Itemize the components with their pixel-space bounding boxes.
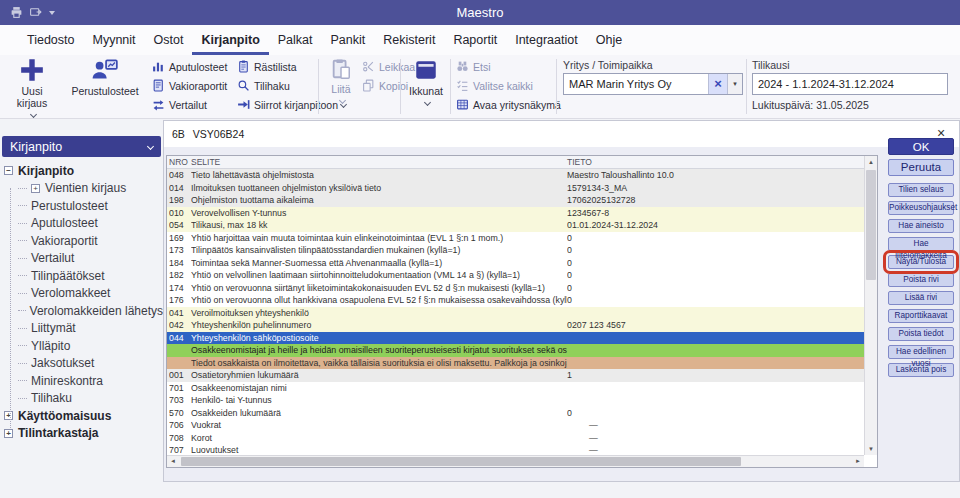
table-row[interactable]: 044Yhteyshenkilön sähköpostiosoite [167,332,864,345]
company-combobox[interactable]: MAR Marin Yritys Oy × ▾ [563,73,743,95]
table-row[interactable]: 198Ohjelmiston tuottama aikaleima1706202… [167,194,864,207]
menu-item-myynnit[interactable]: Myynnit [83,25,144,55]
paste-button[interactable]: Liitä [324,57,358,107]
ok-button[interactable]: OK [888,138,954,155]
collapse-icon[interactable]: − [4,166,13,175]
sidebar-item-aputulosteet[interactable]: Aputulosteet [4,215,163,233]
new-entry-label: Uusi kirjaus [6,85,58,109]
sidebar-item-tilinpäätökset[interactable]: Tilinpäätökset [4,267,163,285]
horizontal-scrollbar[interactable]: ◄ ► [167,455,864,467]
windows-button[interactable]: Ikkunat [404,57,448,109]
sidebar-item-perustulosteet[interactable]: Perustulosteet [4,197,163,215]
hae-liitelomakkeita-button[interactable]: Hae liitelomakkeita [888,237,954,251]
table-row[interactable]: 182Yhtiö on velvollinen laatimaan siirto… [167,269,864,282]
table-row[interactable]: 708Korot— [167,432,864,445]
table-row[interactable]: 707Luovutukset— [167,444,864,455]
peruuta-button[interactable]: Peruuta [888,159,954,176]
window-icon [404,57,448,83]
laskenta-pois-button[interactable]: Laskenta pois [888,363,954,377]
sidebar-item-verolomakkeiden-lähetys[interactable]: Verolomakkeiden lähetys [4,302,163,320]
row-nro: 182 [169,270,191,280]
table-row[interactable]: 570Osakkeiden lukumäärä0 [167,407,864,420]
sidebar-item-jaksotukset[interactable]: Jaksotukset [4,355,163,373]
bar-chart-icon [152,60,165,73]
aputulosteet-button[interactable]: Aputulosteet [152,57,227,76]
sidebar-item-ylläpito[interactable]: Ylläpito [4,337,163,355]
sidebar-item-minireskontra[interactable]: Minireskontra [4,372,163,390]
scroll-left-icon[interactable]: ◄ [167,456,179,467]
expand-icon[interactable]: + [31,184,40,193]
sidebar-item-käyttöomaisuus[interactable]: +Käyttöomaisuus [4,407,163,425]
table-row[interactable]: 054Tilikausi, max 18 kk01.01.2024-31.12.… [167,219,864,232]
vertical-scrollbar[interactable]: ▲ ▼ [864,156,877,455]
poista-rivi-button[interactable]: Poista rivi [888,273,954,287]
row-selite: Yhtiö harjoittaa vain muuta toimintaa ku… [191,233,567,243]
hae-aineisto-button[interactable]: Hae aineisto [888,219,954,233]
menu-item-rekisterit[interactable]: Rekisterit [374,25,444,55]
tree-line [10,188,11,428]
sidebar-item-verolomakkeet[interactable]: Verolomakkeet [4,285,163,303]
chevron-down-icon [147,143,154,150]
scroll-right-icon[interactable]: ► [852,456,864,467]
menu-item-ohje[interactable]: Ohje [587,25,631,55]
row-nro: 048 [169,170,191,180]
table-row[interactable]: 706Vuokrat— [167,419,864,432]
select-all-button[interactable]: Valitse kaikki [456,76,561,95]
row-tieto: 1 [567,370,864,380]
tilien-selaus-button[interactable]: Tilien selaus [888,183,954,197]
menu-item-kirjanpito[interactable]: Kirjanpito [192,25,268,55]
menu-item-ostot[interactable]: Ostot [145,25,193,55]
sidebar-item-vertailut[interactable]: Vertailut [4,250,163,268]
menu-item-pankit[interactable]: Pankit [322,25,375,55]
table-row[interactable]: 041Veroilmoituksen yhteyshenkilö [167,307,864,320]
new-entry-button[interactable]: Uusi kirjaus [6,57,58,121]
menu-item-raportit[interactable]: Raportit [444,25,506,55]
table-row[interactable]: 014Ilmoituksen tuottaneen ohjelmiston yk… [167,182,864,195]
vakioraportit-button[interactable]: Vakioraportit [152,76,227,95]
dropdown-arrow-icon[interactable]: ▾ [727,74,742,94]
vscroll-thumb[interactable] [866,170,876,280]
sidebar-item-vakioraportit[interactable]: Vakioraportit [4,232,163,250]
perustulosteet-button[interactable]: Perustulosteet [62,57,148,97]
table-row[interactable]: 176Yhtiö on verovuonna ollut hankkivana … [167,294,864,307]
table-row[interactable]: 184Toimintaa sekä Manner-Suomessa että A… [167,257,864,270]
sidebar-item-vientien-kirjaus[interactable]: +Vientien kirjaus [4,180,163,198]
raporttikaavat-button[interactable]: Raporttikaavat [888,309,954,323]
table-row[interactable]: 010Verovelvollisen Y-tunnus1234567-8 [167,207,864,220]
hae-edellinen-vuosi-button[interactable]: Hae edellinen vuosi [888,345,954,359]
scroll-down-icon[interactable]: ▼ [865,443,877,455]
table-row[interactable]: 169Yhtiö harjoittaa vain muuta toimintaa… [167,232,864,245]
sidebar-item-tilintarkastaja[interactable]: +Tilintarkastaja [4,425,163,443]
table-row[interactable]: 703Henkilö- tai Y-tunnus [167,394,864,407]
table-row[interactable]: 048Tieto lähettävästä ohjelmistostaMaest… [167,169,864,182]
lisää-rivi-button[interactable]: Lisää rivi [888,291,954,305]
table-row[interactable]: 174Yhtiö on verovuonna siirtänyt liiketo… [167,282,864,295]
hscroll-thumb[interactable] [181,457,741,466]
table-row[interactable]: 701Osakkeenomistajan nimi [167,382,864,395]
sidebar-item-tilihaku[interactable]: Tilihaku [4,390,163,408]
table-row[interactable]: 001Osatietoryhmien lukumäärä1 [167,369,864,382]
sidebar-item-kirjanpito[interactable]: −Kirjanpito [4,162,163,180]
poista-tiedot-button[interactable]: Poista tiedot [888,327,954,341]
poikkeusohjaukset-button[interactable]: Poikkeusohjaukset [888,201,954,215]
table-row[interactable]: Tiedot osakkaista on ilmoitettava, vaikk… [167,357,864,370]
table-row[interactable]: 173Tilinpäätös kansainvälisten tilinpäät… [167,244,864,257]
table-row[interactable]: Osakkeenomistajat ja heille ja heidän om… [167,344,864,357]
näytä-tulosta-button[interactable]: Näytä/Tulosta [888,255,954,269]
period-input[interactable]: 2024 - 1.1.2024-31.12.2024 [752,73,948,95]
menu-item-palkat[interactable]: Palkat [269,25,322,55]
menu-item-tiedosto[interactable]: Tiedosto [18,25,83,55]
expand-icon[interactable]: + [4,411,13,420]
find-button[interactable]: Etsi [456,57,561,76]
sidebar-header[interactable]: Kirjanpito [2,136,161,157]
expand-icon[interactable]: + [4,429,13,438]
row-selite: Tilinpäätös kansainvälisten tilinpäätöss… [191,245,567,255]
sidebar-item-liittymät[interactable]: Liittymät [4,320,163,338]
table-row[interactable]: 042Yhteyshenkilön puhelinnumero0207 123 … [167,319,864,332]
open-company-view-button[interactable]: Avaa yritysnäkymä [456,95,561,114]
clear-x-icon[interactable]: × [708,74,727,94]
vertailut-button[interactable]: Vertailut [152,95,227,114]
menu-item-integraatiot[interactable]: Integraatiot [506,25,587,55]
scroll-up-icon[interactable]: ▲ [865,156,877,168]
row-nro: 176 [169,295,191,305]
